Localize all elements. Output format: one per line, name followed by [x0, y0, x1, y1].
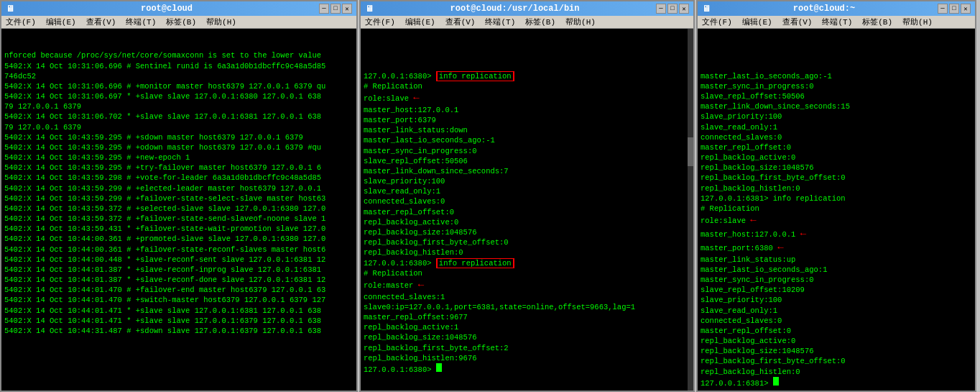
left-line-2: 746dc52: [4, 71, 353, 81]
right-menu-view[interactable]: 查看(V): [781, 17, 814, 27]
left-line-5: 79 127.0.0.1 6379: [4, 101, 353, 111]
left-line-22: 5402:X 14 Oct 10:44:01.387 * +slave-reco…: [4, 265, 353, 275]
master-host-arrow-right: ←: [800, 228, 806, 240]
right-line-20: slave_repl_offset:10209: [701, 285, 972, 295]
left-line-27: 5402:X 14 Oct 10:44:01.471 * +slave slav…: [4, 316, 353, 326]
right-line-11: repl_backlog_histlen:0: [701, 183, 972, 193]
middle-s1-line-3: master_port:6379: [364, 115, 690, 125]
middle-win-controls: ─ □ ✕: [656, 4, 689, 14]
left-menu-help[interactable]: 帮助(H): [205, 17, 238, 27]
left-minimize-btn[interactable]: ─: [319, 4, 329, 14]
left-terminal-body[interactable]: nforced because /proc/sys/net/core/somax…: [1, 29, 356, 391]
left-line-17: 5402:X 14 Oct 10:43:59.372 # +failover-s…: [4, 214, 353, 224]
left-win-controls: ─ □ ✕: [319, 4, 352, 14]
middle-s1-line-1: role:slave ←: [364, 91, 690, 105]
right-menu-file[interactable]: 文件(F): [701, 17, 734, 27]
middle-s1-line-15: repl_backlog_first_byte_offset:0: [364, 237, 690, 247]
left-menu-view[interactable]: 查看(V): [85, 17, 118, 27]
right-line-3: master_link_down_since_seconds:15: [701, 101, 972, 111]
middle-prompt-1: 127.0.0.1:6380> info replication: [364, 71, 690, 81]
right-line-24: master_repl_offset:0: [701, 326, 972, 336]
middle-scrollbar[interactable]: [688, 29, 693, 391]
left-line-25: 5402:X 14 Oct 10:44:01.470 # +switch-mas…: [4, 295, 353, 305]
middle-s2-line-4: master_repl_offset:9677: [364, 312, 690, 322]
right-line-10: repl_backlog_first_byte_offset:0: [701, 173, 972, 183]
middle-scrollbar-thumb[interactable]: [688, 137, 693, 166]
left-close-btn[interactable]: ✕: [342, 4, 352, 14]
right-line-2: slave_repl_offset:50506: [701, 91, 972, 101]
left-line-16: 5402:X 14 Oct 10:43:59.372 # +selected-s…: [4, 204, 353, 214]
middle-menu-terminal[interactable]: 终端(T): [484, 17, 517, 27]
middle-prompt-2: 127.0.0.1:6380> info replication: [364, 258, 690, 268]
middle-title-icon: 🖥: [365, 4, 374, 14]
middle-title-text: root@cloud:/usr/local/bin: [450, 4, 579, 14]
middle-menu-help[interactable]: 帮助(H): [564, 17, 597, 27]
right-line-4: slave_priority:100: [701, 111, 972, 122]
middle-s1-line-4: master_link_status:down: [364, 125, 690, 135]
middle-s2-line-7: repl_backlog_first_byte_offset:2: [364, 343, 690, 353]
left-menu-file[interactable]: 文件(F): [4, 17, 37, 27]
middle-s2-line-0: # Replication: [364, 268, 690, 278]
right-line-23: connected_slaves:0: [701, 316, 972, 326]
left-line-4: 5402:X 14 Oct 10:31:06.697 * +slave slav…: [4, 91, 353, 101]
right-menu-edit[interactable]: 编辑(E): [741, 17, 774, 27]
middle-s1-line-0: # Replication: [364, 81, 690, 91]
middle-s1-line-9: slave_priority:100: [364, 176, 690, 186]
right-line-6: connected_slaves:0: [701, 132, 972, 142]
middle-minimize-btn[interactable]: ─: [656, 4, 666, 14]
right-line-8: repl_backlog_active:0: [701, 152, 972, 163]
right-line-27: repl_backlog_first_byte_offset:0: [701, 356, 972, 366]
master-port-arrow-right: ←: [777, 242, 783, 253]
left-line-14: 5402:X 14 Oct 10:43:59.299 # +elected-le…: [4, 183, 353, 193]
right-line-29: 127.0.0.1:6381>: [701, 377, 972, 388]
right-line-28: repl_backlog_histlen:0: [701, 367, 972, 377]
left-line-11: 5402:X 14 Oct 10:43:59.295 # +new-epoch …: [4, 152, 353, 163]
right-menu-terminal[interactable]: 终端(T): [820, 17, 854, 27]
right-line-7: master_repl_offset:0: [701, 142, 972, 152]
middle-menu-view[interactable]: 查看(V): [444, 17, 477, 27]
left-line-21: 5402:X 14 Oct 10:44:00.448 * +slave-reco…: [4, 255, 353, 265]
middle-s2-line-3: slave0:ip=127.0.0.1,port=6381,state=onli…: [364, 302, 690, 312]
middle-menu-edit[interactable]: 编辑(E): [404, 17, 437, 27]
middle-close-btn[interactable]: ✕: [679, 4, 689, 14]
middle-s1-line-8: master_link_down_since_seconds:7: [364, 166, 690, 176]
right-menu-help[interactable]: 帮助(H): [901, 17, 934, 27]
right-minimize-btn[interactable]: ─: [938, 4, 948, 14]
right-line-25: repl_backlog_active:0: [701, 336, 972, 346]
middle-s2-line-2: connected_slaves:1: [364, 292, 690, 302]
left-menu-terminal[interactable]: 终端(T): [124, 17, 157, 27]
middle-s1-line-2: master_host:127.0.0.1: [364, 105, 690, 115]
middle-s1-line-11: connected_slaves:0: [364, 196, 690, 206]
right-cursor: [773, 377, 779, 386]
right-maximize-btn[interactable]: □: [949, 4, 959, 14]
left-menu-edit[interactable]: 编辑(E): [45, 17, 78, 27]
left-line-12: 5402:X 14 Oct 10:43:59.295 # +try-failov…: [4, 163, 353, 173]
right-title-text: root@cloud:~: [793, 4, 855, 14]
middle-menu-file[interactable]: 文件(F): [364, 17, 397, 27]
left-menu-tabs[interactable]: 标签(B): [165, 17, 198, 27]
middle-s2-line-9: 127.0.0.1:6380>: [364, 363, 690, 375]
right-line-14: role:slave ←: [701, 214, 972, 227]
right-line-18: master_last_io_seconds_ago:1: [701, 265, 972, 275]
left-line-24: 5402:X 14 Oct 10:44:01.470 # +failover-e…: [4, 285, 353, 295]
left-line-7: 79 127.0.0.1 6379: [4, 122, 353, 132]
middle-terminal-body[interactable]: 127.0.0.1:6380> info replication# Replic…: [361, 29, 693, 391]
left-line-9: 5402:X 14 Oct 10:43:59.295 # +sdown mast…: [4, 132, 353, 142]
middle-menu-tabs[interactable]: 标签(B): [524, 17, 557, 27]
middle-s1-line-14: repl_backlog_size:1048576: [364, 227, 690, 237]
left-maximize-btn[interactable]: □: [330, 4, 341, 14]
right-menu-bar: 文件(F) 编辑(E) 查看(V) 终端(T) 标签(B) 帮助(H): [698, 16, 975, 29]
middle-maximize-btn[interactable]: □: [667, 4, 678, 14]
right-title-bar: 🖥 root@cloud:~ ─ □ ✕: [698, 1, 975, 16]
left-line-19: 5402:X 14 Oct 10:44:00.361 # +promoted-s…: [4, 234, 353, 244]
role-slave-arrow-right: ←: [750, 214, 756, 226]
right-menu-tabs[interactable]: 标签(B): [861, 17, 894, 27]
right-win-controls: ─ □ ✕: [938, 4, 971, 14]
left-title-text: root@cloud: [141, 4, 193, 14]
right-close-btn[interactable]: ✕: [961, 4, 971, 14]
right-terminal-body[interactable]: master_last_io_seconds_ago:-1master_sync…: [698, 29, 975, 391]
middle-s1-line-7: slave_repl_offset:50506: [364, 156, 690, 166]
right-line-13: # Replication: [701, 204, 972, 214]
left-title-icon: 🖥: [6, 4, 14, 14]
right-line-16: master_port:6380 ←: [701, 241, 972, 255]
